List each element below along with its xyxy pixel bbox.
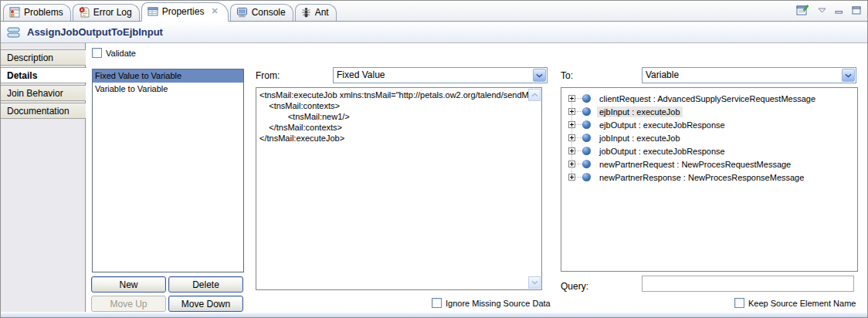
to-combo[interactable]: Variable <box>642 67 856 83</box>
tree-row[interactable]: clientRequest : AdvancedSupplyServiceReq… <box>561 92 857 105</box>
tab-label: Error Log <box>93 7 132 18</box>
tree-item-label: ejbOutput : executeJobResponse <box>597 120 727 130</box>
variable-icon <box>582 173 591 181</box>
tree-connector <box>575 177 582 178</box>
properties-view: Problems Error Log Properties ✕ <box>0 0 868 318</box>
fixed-value-editor[interactable]: <tnsMail:executeJob xmlns:tnsMail="http:… <box>256 87 542 290</box>
assign-activity-icon <box>7 27 20 38</box>
variable-tree: clientRequest : AdvancedSupplyServiceReq… <box>561 87 858 272</box>
xml-content: <tnsMail:executeJob xmlns:tnsMail="http:… <box>256 88 541 145</box>
expand-icon[interactable] <box>568 95 575 102</box>
ignore-missing-source-checkbox[interactable]: Ignore Missing Source Data <box>432 298 551 308</box>
move-down-button[interactable]: Move Down <box>168 296 243 312</box>
combo-value: Variable <box>646 69 679 80</box>
variable-icon <box>582 160 591 168</box>
tree-connector <box>575 98 582 99</box>
combo-value: Fixed Value <box>337 69 385 80</box>
variable-icon <box>582 134 591 142</box>
list-item[interactable]: Variable to Variable <box>93 83 243 96</box>
sidebar-item-label: Join Behavior <box>7 88 63 99</box>
checkbox-box[interactable] <box>92 48 102 58</box>
tree-row[interactable]: newPartnerResponse : NewProcesResponseMe… <box>561 171 857 184</box>
checkbox-label: Ignore Missing Source Data <box>446 299 551 308</box>
expand-icon[interactable] <box>568 174 575 181</box>
tree-item-label: newPartnerResponse : NewProcesResponseMe… <box>597 172 806 183</box>
tab-ant[interactable]: Ant <box>295 4 337 21</box>
delete-button[interactable]: Delete <box>168 276 243 293</box>
tree-connector <box>575 137 582 138</box>
tab-label: Problems <box>24 7 63 18</box>
tree-connector <box>575 164 582 164</box>
console-icon <box>236 7 248 18</box>
sidebar-item-description[interactable]: Description <box>1 49 86 66</box>
tree-item-label: jobOutput : executeJobResponse <box>597 146 727 157</box>
tree-item-label: jobInput : executeJob <box>597 133 683 144</box>
variable-icon <box>582 120 591 129</box>
move-up-button: Move Up <box>91 296 166 312</box>
from-label: From: <box>256 70 280 81</box>
tab-console[interactable]: Console <box>230 4 293 21</box>
new-button[interactable]: New <box>91 276 166 293</box>
tab-label: Console <box>252 7 286 18</box>
list-item[interactable]: Fixed Value to Variable <box>93 69 243 83</box>
tree-row[interactable]: ejbOutput : executeJobResponse <box>561 118 857 131</box>
page-title: AssignJobOutputToEjbInput <box>27 26 163 38</box>
chevron-down-icon[interactable] <box>842 69 855 82</box>
expand-icon[interactable] <box>568 147 575 154</box>
keep-source-element-checkbox[interactable]: Keep Source Element Name <box>734 298 856 308</box>
tab-label: Properties <box>162 6 205 17</box>
sidebar-item-label: Documentation <box>7 106 70 117</box>
checkbox-label: Validate <box>106 49 136 58</box>
ant-icon <box>301 7 311 18</box>
variable-icon <box>582 147 591 155</box>
tab-label: Ant <box>315 7 329 18</box>
scroll-down-icon[interactable] <box>528 276 541 289</box>
tree-connector <box>575 151 582 151</box>
tree-row[interactable]: ejbInput : executeJob <box>561 105 857 118</box>
tree-item-label: newPartnerRequest : NewProcesRequestMess… <box>597 159 793 170</box>
properties-icon <box>147 6 158 17</box>
note-edit-icon[interactable] <box>796 4 809 16</box>
section-titlebar: AssignJobOutputToEjbInput <box>1 22 867 43</box>
sidebar-item-label: Details <box>7 70 37 81</box>
validate-checkbox[interactable]: Validate <box>92 48 136 58</box>
chevron-down-icon[interactable] <box>533 69 546 82</box>
tree-connector <box>575 124 582 125</box>
sidebar-item-documentation[interactable]: Documentation <box>1 103 86 119</box>
bottom-edge <box>1 312 867 317</box>
properties-section-tabs: Description Details Join Behavior Docume… <box>1 43 86 312</box>
variable-icon <box>582 107 591 116</box>
tab-error-log[interactable]: Error Log <box>73 4 140 21</box>
close-icon[interactable]: ✕ <box>211 6 218 16</box>
query-input[interactable] <box>642 276 854 292</box>
view-tabbar: Problems Error Log Properties ✕ <box>1 1 867 22</box>
scroll-up-icon[interactable] <box>528 89 541 101</box>
to-label: To: <box>561 70 573 81</box>
sidebar-item-label: Description <box>7 52 53 63</box>
tab-properties[interactable]: Properties ✕ <box>141 2 229 22</box>
tree-item-label: ejbInput : executeJob <box>597 107 683 117</box>
minimize-icon[interactable] <box>835 7 843 14</box>
error-log-icon <box>79 7 90 18</box>
assignment-list: Fixed Value to Variable Variable to Vari… <box>92 69 244 272</box>
tree-row[interactable]: jobInput : executeJob <box>561 131 857 144</box>
view-toolbar <box>796 4 861 16</box>
expand-icon[interactable] <box>568 121 575 128</box>
expand-icon[interactable] <box>568 161 575 167</box>
sidebar-item-details[interactable]: Details <box>1 67 86 83</box>
tree-row[interactable]: newPartnerRequest : NewProcesRequestMess… <box>561 157 857 171</box>
sidebar-item-join-behavior[interactable]: Join Behavior <box>1 85 86 101</box>
from-combo[interactable]: Fixed Value <box>333 67 548 83</box>
expand-icon[interactable] <box>568 108 575 115</box>
checkbox-label: Keep Source Element Name <box>748 299 856 308</box>
maximize-icon[interactable] <box>852 6 861 15</box>
problems-icon <box>9 7 20 18</box>
tab-problems[interactable]: Problems <box>3 4 71 21</box>
expand-icon[interactable] <box>568 134 575 141</box>
view-menu-icon[interactable] <box>818 8 826 13</box>
tree-row[interactable]: jobOutput : executeJobResponse <box>561 144 857 157</box>
query-label: Query: <box>561 281 588 292</box>
checkbox-box[interactable] <box>734 298 744 308</box>
checkbox-box[interactable] <box>432 298 442 308</box>
details-panel: Validate Fixed Value to Variable Variabl… <box>86 43 867 312</box>
